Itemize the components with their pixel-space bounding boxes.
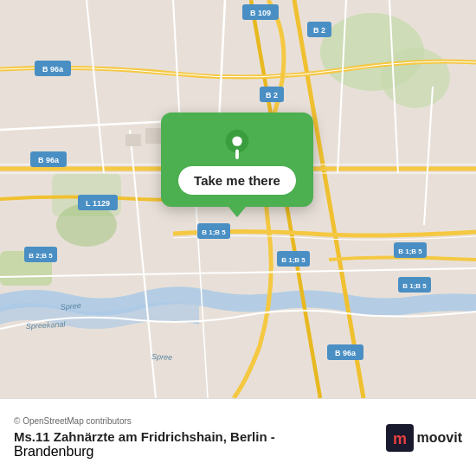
svg-text:B 1;B 5: B 1;B 5 xyxy=(202,228,226,236)
svg-text:Spree: Spree xyxy=(151,352,172,362)
location-subtitle: Brandenburg xyxy=(14,444,275,460)
svg-text:m: m xyxy=(393,430,407,447)
location-pin-icon xyxy=(221,126,254,159)
svg-rect-48 xyxy=(125,134,141,146)
info-left: © OpenStreetMap contributors Ms.11 Zahnä… xyxy=(14,416,275,460)
moovit-logo-text: moovit xyxy=(417,430,462,446)
popup-card: Take me there xyxy=(161,113,313,207)
svg-point-2 xyxy=(381,48,450,108)
svg-text:B 1;B 5: B 1;B 5 xyxy=(398,248,422,255)
info-bar: © OpenStreetMap contributors Ms.11 Zahnä… xyxy=(0,398,476,476)
take-me-there-button[interactable]: Take me there xyxy=(178,166,296,195)
moovit-logo: m moovit xyxy=(386,424,462,452)
location-title: Ms.11 Zahnärzte am Fridrichshain, Berlin… xyxy=(14,429,275,444)
svg-text:B 96a: B 96a xyxy=(335,349,357,357)
svg-text:L 1129: L 1129 xyxy=(86,199,110,208)
svg-text:B 2: B 2 xyxy=(313,26,325,35)
svg-text:B 1;B 5: B 1;B 5 xyxy=(402,282,427,290)
svg-text:B 1;B 5: B 1;B 5 xyxy=(281,256,306,264)
svg-text:B 96a: B 96a xyxy=(38,156,60,164)
svg-point-54 xyxy=(232,136,241,145)
svg-text:B 2: B 2 xyxy=(266,91,278,100)
moovit-logo-icon: m xyxy=(386,424,414,452)
svg-text:B 109: B 109 xyxy=(250,9,271,17)
svg-text:B 2;B 5: B 2;B 5 xyxy=(29,252,53,260)
copyright-text: © OpenStreetMap contributors xyxy=(14,416,275,426)
svg-text:B 96a: B 96a xyxy=(42,65,64,74)
svg-text:Spree: Spree xyxy=(60,301,81,312)
map-container: B 96a B 109 B 2 B 96a B 2 L 1129 B 2;B 5… xyxy=(0,0,476,398)
